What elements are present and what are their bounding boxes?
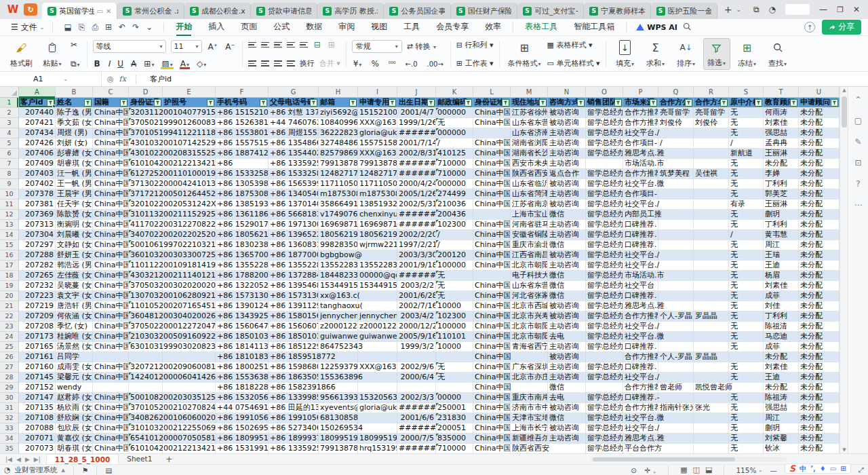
cell[interactable]: 无 bbox=[729, 423, 764, 433]
cell[interactable]: 998283501 bbox=[319, 240, 358, 250]
cell[interactable] bbox=[473, 210, 511, 219]
cell[interactable]: 留学总经办 bbox=[586, 189, 623, 199]
first-sheet-icon[interactable]: |◀ bbox=[5, 456, 12, 463]
cell[interactable] bbox=[358, 423, 397, 433]
cell[interactable]: +86 1340540988 bbox=[269, 189, 319, 199]
cell[interactable]: 210036 bbox=[436, 200, 473, 209]
cell[interactable]: 无 bbox=[436, 291, 473, 301]
cell[interactable]: 被动咨询 bbox=[548, 352, 586, 362]
decrease-indent-icon[interactable] bbox=[287, 41, 295, 50]
cell[interactable]: 上海市长宁 bbox=[511, 423, 548, 433]
cell[interactable]: 370502199901260083 bbox=[129, 118, 163, 128]
cell[interactable]: China中国 bbox=[93, 240, 129, 250]
cell[interactable]: 吴佳祺 bbox=[694, 169, 729, 178]
column-header-R[interactable]: R bbox=[694, 87, 729, 98]
header-filter-icon[interactable] bbox=[47, 99, 54, 107]
cell[interactable] bbox=[658, 189, 694, 199]
cell[interactable]: 未分配 bbox=[799, 423, 840, 433]
cell[interactable] bbox=[129, 352, 163, 362]
cell[interactable]: hrq153199 bbox=[358, 444, 397, 453]
input-cn-icon[interactable]: 中 bbox=[800, 464, 806, 474]
save-icon[interactable]: ⬓ bbox=[64, 22, 71, 32]
cell[interactable]: 包欣辰 (女 bbox=[56, 423, 93, 433]
menu-tab-插入[interactable]: 插入 bbox=[201, 20, 232, 35]
copy-icon[interactable]: ⧉▾ bbox=[69, 59, 81, 69]
cell[interactable]: 169698712 bbox=[319, 220, 358, 229]
cell[interactable]: +44 07546918 bbox=[216, 403, 269, 413]
cell[interactable]: 留学总经办 bbox=[586, 108, 623, 117]
cell[interactable]: 留学总经办 bbox=[586, 291, 623, 301]
cell[interactable]: XXX@163. bbox=[358, 118, 397, 128]
cell[interactable]: 留学总经办 bbox=[586, 240, 623, 250]
cell[interactable]: 2000/4/24 bbox=[397, 179, 436, 189]
column-header-H[interactable]: H bbox=[319, 87, 358, 98]
close-tab-icon[interactable]: ✕ bbox=[106, 7, 111, 15]
cell[interactable]: 北京市朝阳 bbox=[511, 261, 548, 270]
cell[interactable]: 被动咨询 bbox=[548, 311, 586, 321]
cell[interactable] bbox=[658, 444, 694, 453]
cell[interactable]: 340826200106060020 bbox=[129, 413, 163, 423]
cell[interactable]: 口碑推荐.- bbox=[623, 393, 658, 402]
cell[interactable]: 微信 bbox=[548, 383, 586, 392]
clear-format-button[interactable]: ◇▾ bbox=[195, 59, 208, 69]
cell[interactable]: 社交平台.微 bbox=[623, 332, 658, 341]
cell[interactable]: 留学总经办 bbox=[586, 434, 623, 443]
cell[interactable]: +86 1582391866 bbox=[269, 383, 319, 392]
cell[interactable]: China中国 bbox=[93, 159, 129, 168]
header-cell-U[interactable]: 申请顾问 bbox=[799, 98, 840, 107]
cell[interactable]: 袁文宇 (女 bbox=[56, 291, 93, 301]
cell[interactable]: +86 56681836 bbox=[269, 210, 319, 219]
cell[interactable]: 社交平台./ bbox=[623, 423, 658, 433]
decrease-font-icon[interactable]: A⁻ bbox=[224, 42, 237, 52]
cell[interactable]: 刘紫馨 bbox=[764, 434, 799, 443]
cell[interactable]: 湖南省长沙 bbox=[511, 149, 548, 158]
cell[interactable] bbox=[129, 383, 163, 392]
cell[interactable] bbox=[658, 200, 694, 209]
cell[interactable]: +86 18753080 bbox=[216, 189, 269, 199]
cell[interactable]: 王丽淋 bbox=[764, 200, 799, 209]
cell[interactable]: 无 bbox=[729, 250, 764, 260]
cell[interactable]: 合作方推荐 bbox=[623, 169, 658, 178]
cell[interactable]: 710000 bbox=[436, 169, 473, 178]
cell[interactable]: 32010220020531242X bbox=[129, 200, 163, 209]
cell[interactable]: 无 bbox=[729, 322, 764, 331]
cell[interactable]: 10000 bbox=[436, 342, 473, 352]
cell[interactable]: 北京市朝阳 bbox=[511, 332, 548, 341]
cell[interactable]: 000000 bbox=[436, 128, 473, 138]
zoom-out-icon[interactable]: — bbox=[770, 466, 777, 474]
cell[interactable]: m1875308 bbox=[319, 189, 358, 199]
bold-button[interactable]: B bbox=[93, 59, 102, 69]
cell[interactable]: 无 bbox=[729, 240, 764, 250]
cell[interactable]: China中国 bbox=[93, 210, 129, 219]
file-menu[interactable]: ☰ 文件 ⌄ bbox=[7, 22, 48, 33]
cell[interactable]: China中国 bbox=[473, 169, 511, 178]
row-header-16[interactable]: 16 bbox=[0, 250, 19, 261]
row-header-8[interactable]: 8 bbox=[0, 169, 19, 179]
cell[interactable]: 陈祖清 bbox=[764, 322, 799, 331]
cell[interactable]: China中国 bbox=[473, 342, 511, 352]
cell[interactable]: 207161 bbox=[19, 352, 56, 362]
cell[interactable]: 110101 bbox=[436, 332, 473, 341]
cell[interactable]: 主动咨询 bbox=[548, 220, 586, 229]
cell[interactable] bbox=[694, 423, 729, 433]
cell[interactable]: 2001/6/6 bbox=[397, 413, 436, 423]
cell[interactable]: 湖南省浏阳 bbox=[511, 138, 548, 148]
cell[interactable]: 刘晨曦 (女 bbox=[56, 230, 93, 240]
header-cell-Q[interactable]: 合作方公 bbox=[658, 98, 694, 107]
cell[interactable]: +86 18099519 bbox=[216, 434, 269, 443]
cell[interactable]: +86 1899937166 bbox=[269, 434, 319, 443]
cell[interactable]: 207147 bbox=[19, 393, 56, 402]
zoom-formula-icon[interactable]: ◎ bbox=[107, 75, 114, 83]
cell[interactable] bbox=[658, 291, 694, 301]
cell[interactable]: 320311200104077915 bbox=[129, 108, 163, 117]
cell[interactable]: ######### bbox=[397, 210, 436, 219]
cell[interactable]: 新疆维吾尔 bbox=[511, 434, 548, 443]
cell[interactable]: 630103199903020823 bbox=[129, 342, 163, 352]
cell[interactable]: 未分配 bbox=[764, 159, 799, 168]
cell[interactable] bbox=[658, 342, 694, 352]
workspace-icon[interactable]: ⧉ bbox=[753, 5, 760, 14]
cell[interactable]: 200051 bbox=[436, 423, 473, 433]
cell[interactable]: 未分配 bbox=[799, 108, 840, 117]
cell[interactable]: China中国 bbox=[93, 403, 129, 413]
cell[interactable]: 周煜 (男) bbox=[56, 128, 93, 138]
